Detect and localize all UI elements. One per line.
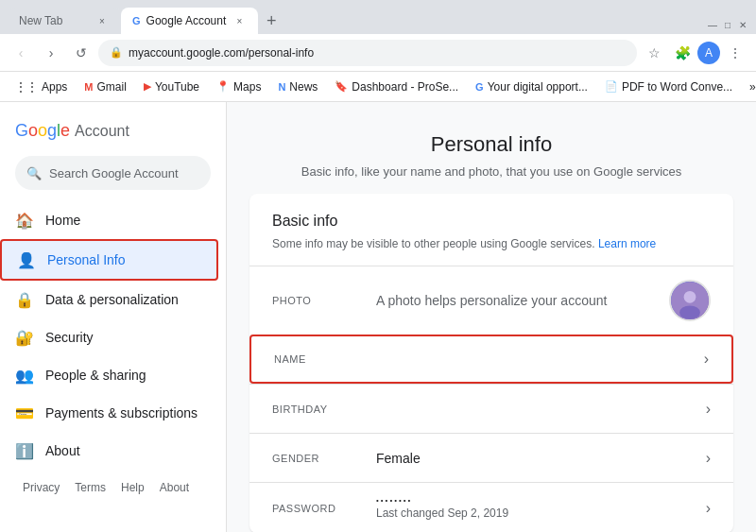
svg-point-1 xyxy=(684,291,696,303)
back-button[interactable]: ‹ xyxy=(8,40,34,66)
main-header: Personal info Basic info, like your name… xyxy=(227,102,756,194)
tab-google-account[interactable]: G Google Account × xyxy=(121,8,258,34)
bookmark-news[interactable]: N News xyxy=(270,77,325,97)
browser-chrome: New Tab × G Google Account × + — □ ✕ xyxy=(0,0,756,34)
digital-label: Your digital opport... xyxy=(488,80,588,94)
password-chevron-icon: › xyxy=(706,500,711,517)
home-label: Home xyxy=(45,213,80,228)
about-icon: ℹ️ xyxy=(15,441,34,460)
pdf-label: PDF to Word Conve... xyxy=(622,80,732,94)
search-bar[interactable]: 🔍 Search Google Account xyxy=(15,156,211,190)
gmail-icon: M xyxy=(84,81,93,93)
url-bar[interactable]: 🔒 myaccount.google.com/personal-info xyxy=(98,40,637,66)
maps-label: Maps xyxy=(233,80,261,94)
bookmark-digital[interactable]: G Your digital opport... xyxy=(468,77,595,97)
apps-label: Apps xyxy=(42,80,67,94)
basic-info-subtitle: Some info may be visible to other people… xyxy=(249,237,733,266)
photo-row: PHOTO A photo helps personalize your acc… xyxy=(249,266,733,335)
sidebar: Google Account 🔍 Search Google Account 🏠… xyxy=(0,102,227,532)
new-tab-button[interactable]: + xyxy=(258,8,284,34)
data-icon: 🔒 xyxy=(15,290,34,309)
google-account-tab-label: Google Account xyxy=(146,14,227,27)
people-label: People & sharing xyxy=(45,368,146,383)
bookmark-youtube[interactable]: ▶ YouTube xyxy=(136,77,207,97)
sidebar-item-security[interactable]: 🔐 Security xyxy=(0,318,218,356)
url-text: myaccount.google.com/personal-info xyxy=(129,46,314,60)
pdf-icon: 📄 xyxy=(605,80,618,93)
close-new-tab[interactable]: × xyxy=(94,13,110,28)
search-placeholder: Search Google Account xyxy=(49,166,179,180)
learn-more-link[interactable]: Learn more xyxy=(598,237,656,250)
bookmarks-bar: ⋮⋮ Apps M Gmail ▶ YouTube 📍 Maps N News … xyxy=(0,72,756,102)
footer-privacy[interactable]: Privacy xyxy=(23,481,60,494)
dashboard-icon: 🔖 xyxy=(335,80,348,93)
bookmark-star-icon[interactable]: ☆ xyxy=(641,40,667,66)
more-menu-icon[interactable]: ⋮ xyxy=(722,40,748,66)
gmail-label: Gmail xyxy=(97,80,127,94)
password-dots: •••••••• xyxy=(376,496,706,505)
main-content: Personal info Basic info, like your name… xyxy=(227,102,756,532)
avatar[interactable] xyxy=(669,280,711,321)
profile-icon[interactable]: A xyxy=(697,42,720,64)
page-subtitle: Basic info, like your name and photo, th… xyxy=(242,164,741,179)
sidebar-footer: Privacy Terms Help About xyxy=(0,473,226,502)
digital-icon: G xyxy=(475,81,484,93)
google-account-favicon: G xyxy=(132,15,141,26)
sidebar-item-payments[interactable]: 💳 Payments & subscriptions xyxy=(0,394,218,432)
birthday-label: BIRTHDAY xyxy=(272,403,376,415)
payments-label: Payments & subscriptions xyxy=(45,405,198,420)
bookmark-gmail[interactable]: M Gmail xyxy=(77,77,134,97)
close-google-account-tab[interactable]: × xyxy=(232,13,247,28)
close-window-button[interactable]: ✕ xyxy=(737,19,748,30)
svg-point-2 xyxy=(679,305,700,319)
name-label: NAME xyxy=(274,353,378,365)
youtube-label: YouTube xyxy=(155,80,199,94)
password-row[interactable]: PASSWORD •••••••• Last changed Sep 2, 20… xyxy=(249,482,733,532)
sidebar-item-people[interactable]: 👥 People & sharing xyxy=(0,356,218,394)
gender-row[interactable]: GENDER Female › xyxy=(249,433,733,482)
name-row[interactable]: NAME › xyxy=(249,335,733,384)
reload-button[interactable]: ↺ xyxy=(68,40,94,66)
payments-icon: 💳 xyxy=(15,403,34,422)
basic-info-title: Basic info xyxy=(249,194,733,237)
sidebar-logo: Google Account xyxy=(0,110,226,156)
sidebar-item-about[interactable]: ℹ️ About xyxy=(0,432,218,470)
lock-icon: 🔒 xyxy=(110,46,123,59)
address-bar: ‹ › ↺ 🔒 myaccount.google.com/personal-in… xyxy=(0,34,756,72)
page-title: Personal info xyxy=(242,132,741,157)
basic-info-card: Basic info Some info may be visible to o… xyxy=(249,194,733,532)
sidebar-item-personal-info[interactable]: 👤 Personal Info xyxy=(0,239,218,281)
footer-help[interactable]: Help xyxy=(121,481,145,494)
bookmark-dashboard[interactable]: 🔖 Dashboard - ProSe... xyxy=(327,77,466,97)
bookmark-more[interactable]: » xyxy=(742,77,756,97)
footer-terms[interactable]: Terms xyxy=(75,481,106,494)
people-icon: 👥 xyxy=(15,366,34,385)
data-label: Data & personalization xyxy=(45,292,179,307)
personal-info-icon: 👤 xyxy=(17,250,36,269)
bookmark-maps[interactable]: 📍 Maps xyxy=(209,77,268,97)
minimize-button[interactable]: — xyxy=(707,19,718,30)
dashboard-label: Dashboard - ProSe... xyxy=(352,80,458,94)
extensions-icon[interactable]: 🧩 xyxy=(669,40,696,66)
search-icon: 🔍 xyxy=(26,166,42,180)
bookmark-pdf[interactable]: 📄 PDF to Word Conve... xyxy=(597,77,740,97)
window-controls: — □ ✕ xyxy=(707,19,748,34)
new-tab-label: New Tab xyxy=(19,14,62,27)
maximize-button[interactable]: □ xyxy=(722,19,733,30)
sidebar-item-data[interactable]: 🔒 Data & personalization xyxy=(0,281,218,318)
youtube-icon: ▶ xyxy=(144,80,151,93)
name-chevron-icon: › xyxy=(704,351,709,368)
apps-icon: ⋮⋮ xyxy=(15,80,38,94)
footer-about[interactable]: About xyxy=(160,481,189,494)
bookmark-apps[interactable]: ⋮⋮ Apps xyxy=(8,77,75,97)
password-value: •••••••• Last changed Sep 2, 2019 xyxy=(376,496,706,520)
birthday-row[interactable]: BIRTHDAY › xyxy=(249,384,733,433)
personal-info-label: Personal Info xyxy=(47,252,126,267)
forward-button[interactable]: › xyxy=(38,40,64,66)
news-label: News xyxy=(289,80,318,94)
sidebar-item-home[interactable]: 🏠 Home xyxy=(0,201,218,239)
password-label: PASSWORD xyxy=(272,503,376,514)
photo-desc: A photo helps personalize your account xyxy=(376,293,669,308)
security-icon: 🔐 xyxy=(15,328,34,347)
tab-new-tab[interactable]: New Tab × xyxy=(8,8,121,34)
